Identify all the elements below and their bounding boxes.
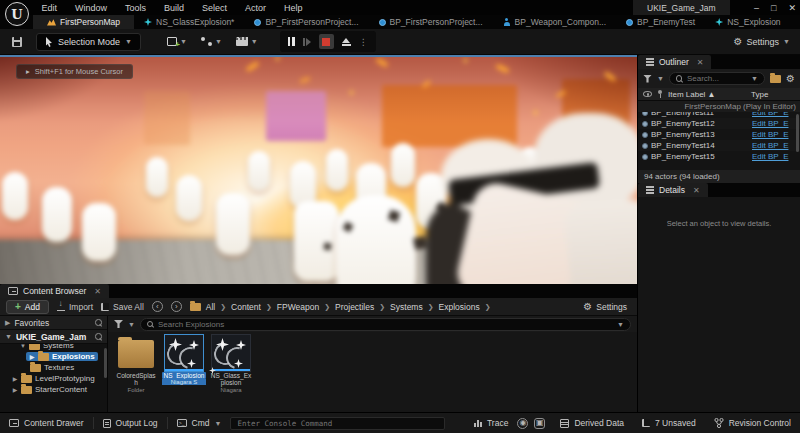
insights-icon[interactable]: ◉ (517, 418, 528, 429)
add-button[interactable]: + Add (6, 300, 49, 314)
tree-item-startercontent[interactable]: ▶ StarterContent (0, 384, 107, 395)
edit-blueprint-link[interactable]: Edit BP_E (752, 112, 796, 117)
outliner-row[interactable]: BP_EnemyTest12 Edit BP_E (638, 118, 800, 129)
filter-icon[interactable] (114, 320, 123, 328)
edit-blueprint-link[interactable]: Edit BP_E (752, 119, 796, 128)
content-browser-settings[interactable]: ⚙ Settings (583, 302, 627, 312)
pause-button[interactable] (288, 37, 295, 46)
outliner-row[interactable]: BP_EnemyTest15 Edit BP_E (638, 151, 800, 162)
tab-ns-glassexplosion[interactable]: NS_GlassExplosion* (134, 15, 244, 29)
breadcrumb-systems[interactable]: Systems (390, 302, 423, 312)
tab-details[interactable]: Details ✕ (638, 183, 708, 197)
play-options-menu[interactable]: ⋮ (359, 37, 368, 47)
tab-ns-explosion[interactable]: NS_Explosion (705, 15, 790, 29)
tree-item-textures[interactable]: Textures (0, 362, 107, 373)
tab-bp-firstpersonproject-1[interactable]: BP_FirstPersonProject... (244, 15, 368, 29)
close-button[interactable]: ✕ (788, 3, 796, 13)
menu-select[interactable]: Select (193, 0, 236, 15)
blueprints-dropdown[interactable]: ▼ (201, 37, 222, 46)
tab-content-browser[interactable]: Content Browser ✕ (0, 284, 109, 298)
maximize-button[interactable]: □ (771, 3, 776, 13)
asset-ns-explosion[interactable]: NS_Explosion Niagara S (162, 334, 206, 385)
tab-bp-enemytest[interactable]: BP_EnemyTest (616, 15, 705, 29)
tab-bp-firstpersonproject-2[interactable]: BP_FirstPersonProject... (369, 15, 493, 29)
close-icon[interactable]: ✕ (94, 287, 101, 296)
filter-icon[interactable] (643, 75, 652, 83)
chevron-right-icon: ❯ (266, 303, 272, 311)
tree-item-explosions[interactable]: ▶ Explosions (0, 351, 107, 362)
content-drawer-button[interactable]: Content Drawer (0, 413, 93, 433)
stop-button[interactable] (319, 34, 334, 49)
outliner-row-map[interactable]: FirstPersonMap (Play In Editor) (638, 101, 800, 112)
edit-blueprint-link[interactable]: Edit BP_E (752, 152, 796, 161)
back-button[interactable]: ‹ (152, 301, 163, 312)
gear-icon[interactable]: ⚙ (786, 74, 795, 84)
tree-item-levelprototyping[interactable]: ▶ LevelPrototyping (0, 373, 107, 384)
level-viewport[interactable]: ▸ Shift+F1 for Mouse Cursor (0, 55, 637, 284)
close-icon[interactable]: ✕ (693, 186, 700, 195)
column-type[interactable]: Type (751, 90, 795, 99)
tab-firstpersonmap[interactable]: FirstPersonMap (33, 15, 134, 29)
save-all-button[interactable]: Save All (101, 302, 144, 312)
toolbar-settings-dropdown[interactable]: ⚙ Settings ▼ (734, 37, 790, 47)
menu-build[interactable]: Build (155, 0, 193, 15)
menu-help[interactable]: Help (275, 0, 312, 15)
asset-ns-glass-explosion[interactable]: NS_Glass_Explosion Niagara (209, 334, 253, 393)
tab-label: BP_FirstPersonProject... (265, 17, 358, 27)
tree-scrollbar[interactable] (104, 348, 107, 378)
close-icon[interactable]: ✕ (697, 58, 704, 67)
output-log-button[interactable]: Output Log (94, 413, 167, 433)
trace-button[interactable]: Trace (465, 413, 517, 433)
breadcrumb-content[interactable]: Content (231, 302, 261, 312)
tree-item-systems[interactable]: ▼ Systems (0, 344, 107, 351)
new-folder-icon[interactable] (770, 75, 781, 83)
project-section[interactable]: ▼ UKIE_Game_Jam (0, 330, 107, 344)
cmd-dropdown[interactable]: >_ Cmd ▼ (168, 413, 231, 433)
minimize-button[interactable]: – (754, 3, 759, 13)
cinematics-dropdown[interactable]: ▼ (236, 37, 258, 46)
chevron-down-icon[interactable]: ▼ (617, 321, 624, 328)
outliner-scrollbar[interactable] (796, 114, 799, 152)
selection-mode-dropdown[interactable]: Selection Mode ▼ (36, 33, 141, 51)
outliner-row[interactable]: BP_EnemyTest13 Edit BP_E (638, 129, 800, 140)
asset-searchbox[interactable]: ▼ (140, 318, 631, 331)
column-item-label[interactable]: Item Label ▲ (668, 90, 746, 99)
outliner-searchbox[interactable]: ▼ (669, 72, 765, 85)
asset-coloredsplash[interactable]: ColoredSplash Folder (114, 334, 158, 393)
console-command-input[interactable] (230, 417, 445, 430)
screenshot-icon[interactable]: ▣ (534, 418, 545, 429)
derived-data-button[interactable]: Derived Data (551, 413, 633, 433)
search-icon[interactable] (95, 319, 102, 326)
favorites-section[interactable]: ▶ Favorites (0, 316, 107, 330)
revision-control-button[interactable]: Revision Control (705, 413, 800, 433)
pin-icon[interactable] (657, 90, 663, 98)
outliner-search-input[interactable] (687, 74, 747, 83)
breadcrumb-projectiles[interactable]: Projectiles (335, 302, 374, 312)
eye-icon[interactable] (643, 91, 652, 97)
chevron-down-icon[interactable]: ▼ (657, 75, 664, 82)
edit-blueprint-link[interactable]: Edit BP_E (752, 130, 796, 139)
menu-tools[interactable]: Tools (116, 0, 155, 15)
breadcrumb-explosions[interactable]: Explosions (439, 302, 480, 312)
menu-edit[interactable]: Edit (33, 0, 67, 15)
chevron-down-icon[interactable]: ▼ (128, 321, 135, 328)
edit-blueprint-link[interactable]: Edit BP_E (752, 141, 796, 150)
frame-skip-button[interactable] (303, 38, 311, 46)
add-actor-dropdown[interactable]: ▼ (167, 37, 187, 46)
unsaved-button[interactable]: 7 Unsaved (633, 413, 705, 433)
tab-bp-weapon-component[interactable]: BP_Weapon_Compon... (493, 15, 617, 29)
chevron-right-icon: ▶ (29, 353, 35, 360)
eject-button[interactable] (342, 38, 351, 46)
menu-window[interactable]: Window (66, 0, 116, 15)
menu-actor[interactable]: Actor (236, 0, 275, 15)
breadcrumb-all[interactable]: All (206, 302, 215, 312)
chevron-down-icon[interactable]: ▼ (751, 75, 758, 82)
breadcrumb-fpweapon[interactable]: FPWeapon (277, 302, 319, 312)
search-icon[interactable] (95, 333, 102, 340)
tab-outliner[interactable]: Outliner ✕ (638, 55, 711, 69)
outliner-row[interactable]: BP_EnemyTest14 Edit BP_E (638, 140, 800, 151)
forward-button[interactable]: › (171, 301, 182, 312)
asset-search-input[interactable] (158, 320, 613, 329)
save-level-button[interactable] (12, 37, 22, 47)
import-button[interactable]: Import (57, 302, 93, 312)
